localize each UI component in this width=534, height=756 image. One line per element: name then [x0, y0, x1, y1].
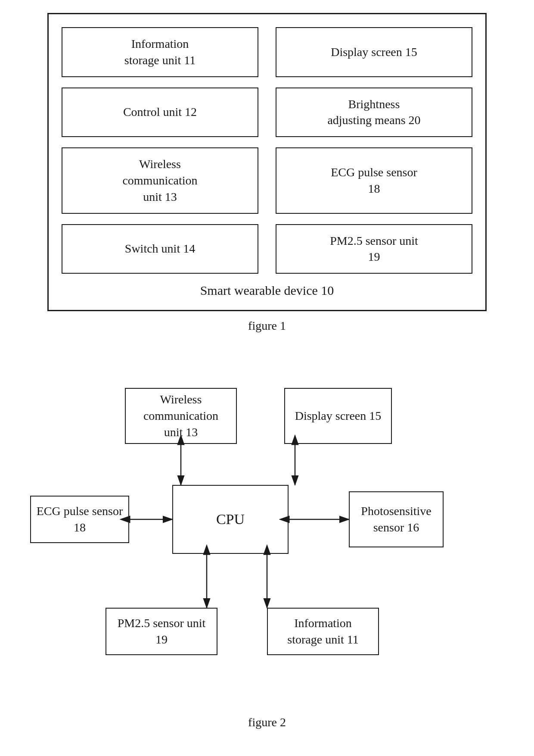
cpu-label: CPU — [216, 509, 245, 529]
fig1-grid: Informationstorage unit 11 Display scree… — [62, 27, 472, 274]
wireless-comm-box-2: Wirelesscommunicationunit 13 — [125, 388, 237, 444]
photosensitive-box: Photosensitivesensor 16 — [349, 491, 444, 547]
display-screen-label-1: Display screen 15 — [331, 44, 417, 60]
device-label: Smart wearable device 10 — [62, 283, 472, 301]
ecg-pulse-box-1: ECG pulse sensor18 — [276, 147, 472, 213]
cpu-box: CPU — [172, 485, 289, 554]
switch-unit-box: Switch unit 14 — [62, 224, 258, 274]
control-unit-box: Control unit 12 — [62, 87, 258, 137]
smart-wearable-device-box: Informationstorage unit 11 Display scree… — [47, 13, 487, 311]
fig2-caption: figure 2 — [26, 715, 508, 729]
pm25-sensor-box-1: PM2.5 sensor unit19 — [276, 224, 472, 274]
pm25-sensor-box-2: PM2.5 sensor unit19 — [106, 608, 217, 655]
display-screen-box-2: Display screen 15 — [284, 388, 392, 444]
display-screen-label-2: Display screen 15 — [295, 408, 382, 424]
fig2-layout: Wirelesscommunicationunit 13 Display scr… — [26, 375, 500, 711]
wireless-comm-label-2: Wirelesscommunicationunit 13 — [143, 391, 218, 440]
ecg-pulse-box-2: ECG pulse sensor18 — [30, 496, 129, 543]
ecg-pulse-label-2: ECG pulse sensor18 — [37, 503, 123, 536]
device-label-text: Smart wearable device 10 — [200, 283, 334, 297]
wireless-comm-box-1: Wirelesscommunicationunit 13 — [62, 147, 258, 213]
display-screen-box-1: Display screen 15 — [276, 27, 472, 77]
info-storage-label-2: Informationstorage unit 11 — [287, 615, 358, 648]
ecg-pulse-label-1: ECG pulse sensor18 — [331, 164, 417, 197]
info-storage-unit-box-1: Informationstorage unit 11 — [62, 27, 258, 77]
pm25-sensor-label-1: PM2.5 sensor unit19 — [330, 233, 418, 266]
info-storage-box-2: Informationstorage unit 11 — [267, 608, 379, 655]
brightness-adjusting-label: Brightnessadjusting means 20 — [327, 96, 420, 129]
pm25-sensor-label-2: PM2.5 sensor unit19 — [118, 615, 206, 648]
control-unit-label: Control unit 12 — [123, 104, 197, 120]
figure2: Wirelesscommunicationunit 13 Display scr… — [26, 375, 508, 729]
fig1-caption: figure 1 — [47, 319, 487, 333]
photosensitive-label: Photosensitivesensor 16 — [361, 503, 431, 536]
wireless-comm-label-1: Wirelesscommunicationunit 13 — [122, 156, 197, 205]
figure1: Informationstorage unit 11 Display scree… — [47, 13, 487, 333]
info-storage-unit-label-1: Informationstorage unit 11 — [124, 36, 196, 69]
switch-unit-label: Switch unit 14 — [125, 241, 195, 257]
brightness-adjusting-box: Brightnessadjusting means 20 — [276, 87, 472, 137]
